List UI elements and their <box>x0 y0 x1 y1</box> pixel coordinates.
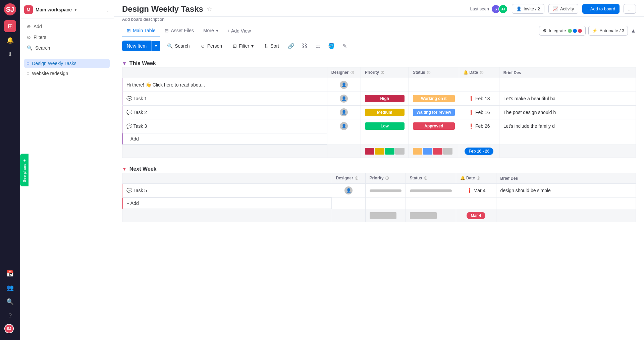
sidebar-item-website-redesign[interactable]: □ Website redesign <box>24 69 110 78</box>
status-cell[interactable]: Waiting for review <box>409 106 459 119</box>
status-summary-colors <box>413 148 455 155</box>
automate-button[interactable]: ⚡ Automate / 3 <box>588 26 628 36</box>
priority-cell-empty[interactable] <box>365 184 406 197</box>
status-cell[interactable]: Approved <box>409 119 459 133</box>
group-collapse-this-week[interactable]: ▼ <box>122 61 127 66</box>
task-name-cell[interactable]: 💬 Task 2 <box>122 106 327 119</box>
filters-action[interactable]: ⊙ Filters <box>24 33 110 42</box>
board-header-actions: Last seen S JJ 👤 Invite / 2 📈 Activity +… <box>470 4 636 14</box>
download-icon[interactable]: ⬇ <box>4 48 16 60</box>
new-item-button[interactable]: New Item ▾ <box>122 41 160 51</box>
columns-icon-button[interactable]: ⚏ <box>313 41 323 51</box>
board-icon: □ <box>27 61 29 66</box>
people-icon[interactable]: 👥 <box>4 282 16 294</box>
brief-cell <box>499 78 636 92</box>
people-icon-small: 👤 <box>516 6 522 11</box>
table-row[interactable]: 💬 Task 5 👤 ❗ <box>122 184 636 197</box>
priority-cell[interactable]: Medium <box>361 106 409 119</box>
add-row-next-week[interactable]: + Add <box>122 197 332 209</box>
calendar-icon[interactable]: 📅 <box>4 268 16 280</box>
add-view-button[interactable]: + Add View <box>223 25 255 37</box>
priority-cell[interactable]: Low <box>361 119 409 133</box>
sidebar-item-design-weekly-tasks[interactable]: □ Design Weekly Tasks <box>24 59 110 68</box>
chain-icon-button[interactable]: ⛓ <box>299 41 310 51</box>
filter-icon: ⊙ <box>27 35 31 40</box>
workspace-name: Main workspace <box>36 7 72 12</box>
brief-cell-nw: design should be simple <box>496 184 636 197</box>
table-row[interactable]: 💬 Task 3 👤 Low Approved <box>122 119 636 133</box>
tab-more[interactable]: More ▾ <box>199 24 223 37</box>
star-icon[interactable]: ☆ <box>207 5 212 13</box>
new-item-main[interactable]: New Item <box>122 41 151 51</box>
status-cell[interactable]: Working on it <box>409 92 459 106</box>
info-icon-priority: ⓘ <box>381 71 384 74</box>
help-icon[interactable]: ? <box>4 310 16 322</box>
board-header: Design Weekly Tasks ☆ Last seen S JJ 👤 I… <box>114 0 644 17</box>
task-name-cell[interactable]: 💬 Task 5 <box>122 184 332 197</box>
workspace-dots-menu[interactable]: ... <box>105 7 110 13</box>
search-icon[interactable]: 🔍 <box>4 296 16 308</box>
grid-icon[interactable]: ⊞ <box>4 20 16 32</box>
priority-badge-empty <box>370 189 401 192</box>
priority-summary-colors <box>365 148 405 155</box>
see-plans-tab[interactable]: See plans ✦ <box>20 154 29 186</box>
table-row[interactable]: 💬 Task 1 👤 High Working on it <box>122 92 636 106</box>
group-collapse-next-week[interactable]: ▼ <box>122 166 127 172</box>
col-header-name-nw <box>122 173 332 184</box>
status-cell-empty[interactable] <box>406 184 456 197</box>
this-week-table: Designer ⓘ Priority ⓘ Status ⓘ 🔔 <box>122 67 636 158</box>
activity-button[interactable]: 📈 Activity <box>548 4 578 14</box>
task-name-cell[interactable]: Hi there! 👋 Click here to read abou... <box>122 78 327 92</box>
comment-icon[interactable]: 💬 <box>126 188 132 193</box>
task-name-cell[interactable]: 💬 Task 3 <box>122 119 327 133</box>
bell-col-icon-nw: 🔔 <box>460 176 465 180</box>
tab-main-table[interactable]: ⊞ Main Table <box>122 24 160 37</box>
person-button[interactable]: ☺ Person <box>196 41 226 51</box>
tab-asset-files[interactable]: ⊟ Asset Files <box>160 24 198 37</box>
table-row[interactable]: Hi there! 👋 Click here to read abou... 👤 <box>122 78 636 92</box>
comment-icon[interactable]: 💬 <box>126 123 132 129</box>
comment-icon[interactable]: 💬 <box>126 110 132 115</box>
nav-item-label: Design Weekly Tasks <box>32 61 76 66</box>
logo-icon[interactable]: SJ <box>4 3 16 15</box>
board-more-button[interactable]: ... <box>624 4 636 14</box>
board-subtitle[interactable]: Add board description <box>114 17 644 24</box>
sort-button[interactable]: ⇅ Sort <box>260 41 283 51</box>
table-icon: ⊞ <box>127 28 131 33</box>
add-to-board-button[interactable]: + Add to board <box>582 4 620 14</box>
search-button[interactable]: 🔍 Search <box>163 41 194 51</box>
user-avatar[interactable]: SJ <box>4 324 14 333</box>
brief-cell: Let's include the family d <box>499 119 636 133</box>
collapse-icon[interactable]: ▲ <box>631 28 636 34</box>
nav-item-label-2: Website redesign <box>32 71 68 76</box>
filter-button[interactable]: ⊡ Filter ▾ <box>229 41 258 51</box>
priority-summary-nw <box>365 209 406 222</box>
invite-button[interactable]: 👤 Invite / 2 <box>512 4 544 14</box>
filters-label: Filters <box>34 35 46 40</box>
chevron-down-icon: ▾ <box>216 28 218 33</box>
paint-icon-button[interactable]: 🪣 <box>326 41 337 51</box>
new-item-dropdown[interactable]: ▾ <box>151 41 160 51</box>
brief-cell: The post design should h <box>499 106 636 119</box>
add-action[interactable]: ⊕ Add <box>24 22 110 31</box>
edit-icon-button[interactable]: ✎ <box>339 41 350 51</box>
status-badge-empty <box>410 189 452 192</box>
comment-icon[interactable]: 💬 <box>126 96 132 101</box>
search-action[interactable]: 🔍 Search <box>24 43 110 53</box>
bell-icon[interactable]: 🔔 <box>4 34 16 46</box>
sidebar-actions: ⊕ Add ⊙ Filters 🔍 Search <box>20 18 114 56</box>
integrate-button[interactable]: ⚙ Integrate <box>539 26 586 36</box>
priority-cell[interactable]: High <box>361 92 409 106</box>
add-row-this-week[interactable]: + Add <box>122 133 327 145</box>
task-name-cell[interactable]: 💬 Task 1 <box>122 92 327 106</box>
link-icon-button[interactable]: 🔗 <box>286 41 297 51</box>
board-icon-2: □ <box>27 71 29 76</box>
chart-icon: 📈 <box>553 6 558 11</box>
sc-approved <box>433 148 442 155</box>
next-week-table: Designer ⓘ Priority ⓘ Status ⓘ 🔔 <box>122 173 636 222</box>
table-row[interactable]: 💬 Task 2 👤 Medium Waiting for review <box>122 106 636 119</box>
designer-cell: 👤 <box>327 106 361 119</box>
workspace-selector[interactable]: M Main workspace ▾ <box>24 5 105 14</box>
info-icon-date-nw: ⓘ <box>477 176 480 180</box>
integration-color-dots <box>568 29 582 33</box>
